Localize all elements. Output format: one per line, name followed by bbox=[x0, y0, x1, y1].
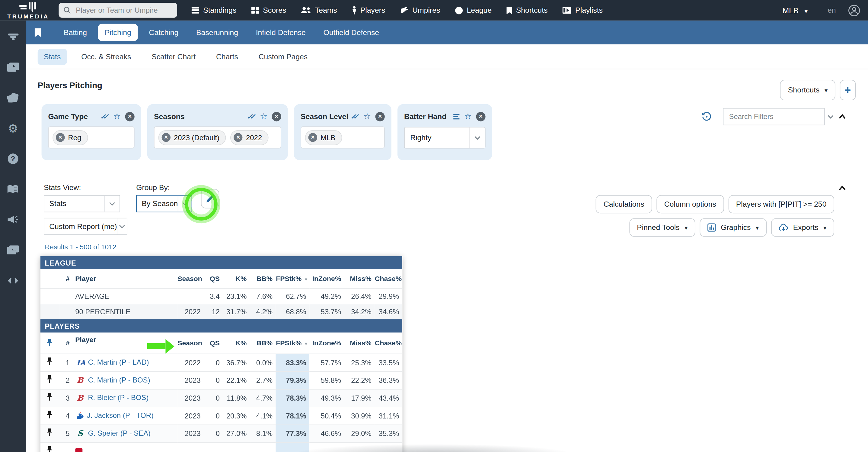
tab-outfield-defense[interactable]: Outfield Defense bbox=[317, 24, 386, 41]
pin-row-icon[interactable] bbox=[47, 393, 53, 401]
collapse-filters-chevron[interactable] bbox=[839, 114, 846, 119]
player-link[interactable]: C. Martin (P - BOS) bbox=[88, 375, 150, 384]
calculations-button[interactable]: Calculations bbox=[596, 195, 652, 214]
collapse-controls-chevron[interactable] bbox=[839, 186, 846, 191]
player-link[interactable]: G. Speier (P - SEA) bbox=[88, 429, 151, 437]
remove-chip-icon[interactable] bbox=[56, 133, 65, 142]
nav-league[interactable]: League bbox=[455, 6, 492, 15]
col-fpstk[interactable]: FPStk% bbox=[276, 269, 310, 288]
remove-filter-icon[interactable] bbox=[125, 112, 134, 121]
search-filters-input[interactable] bbox=[723, 112, 828, 121]
glossary-book-icon[interactable] bbox=[6, 182, 20, 196]
nav-players[interactable]: Players bbox=[352, 6, 385, 15]
graphics-button[interactable]: Graphics bbox=[700, 219, 767, 237]
filter-chip[interactable]: 2023 (Default) bbox=[158, 130, 226, 145]
tab-catching[interactable]: Catching bbox=[142, 24, 185, 41]
announcements-icon[interactable] bbox=[6, 213, 20, 226]
filter-chip[interactable]: Reg bbox=[53, 130, 88, 145]
embed-code-icon[interactable] bbox=[6, 274, 20, 287]
nav-shortcuts[interactable]: Shortcuts bbox=[507, 6, 548, 15]
col-bb[interactable]: BB% bbox=[250, 333, 276, 354]
user-avatar[interactable] bbox=[848, 4, 860, 16]
player-link[interactable]: R. Bleier (P - BOS) bbox=[88, 393, 149, 402]
remove-chip-icon[interactable] bbox=[234, 133, 243, 142]
video-playlist-icon[interactable] bbox=[6, 60, 20, 74]
league-selector[interactable]: MLB bbox=[783, 6, 808, 15]
col-fpstk[interactable]: FPStk% bbox=[276, 333, 310, 354]
col-inzone[interactable]: InZone% bbox=[310, 333, 344, 354]
list-icon[interactable] bbox=[453, 113, 460, 119]
exports-button[interactable]: Exports bbox=[771, 219, 834, 237]
tab-pitching[interactable]: Pitching bbox=[98, 24, 138, 41]
pin-row-icon[interactable] bbox=[47, 411, 53, 419]
settings-gear-icon[interactable] bbox=[6, 121, 20, 135]
add-shortcut-button[interactable] bbox=[840, 80, 856, 100]
filter-chip[interactable]: 2022 bbox=[230, 130, 269, 145]
col-qs[interactable]: QS bbox=[204, 333, 223, 354]
filter-icon[interactable] bbox=[6, 30, 20, 43]
select-all-icon[interactable] bbox=[247, 112, 256, 121]
remove-filter-icon[interactable] bbox=[375, 112, 385, 121]
col-qs[interactable]: QS bbox=[204, 269, 223, 288]
col-k[interactable]: K% bbox=[223, 269, 250, 288]
col-player[interactable]: Player bbox=[73, 333, 178, 354]
pin-row-icon[interactable] bbox=[47, 428, 53, 437]
pinned-tools-button[interactable]: Pinned Tools bbox=[629, 219, 695, 237]
star-icon[interactable] bbox=[363, 112, 371, 121]
nav-teams[interactable]: Teams bbox=[301, 6, 337, 15]
select-all-icon[interactable] bbox=[100, 112, 109, 121]
col-season[interactable]: Season bbox=[178, 333, 204, 354]
nav-standings[interactable]: Standings bbox=[192, 6, 237, 15]
pin-row-icon[interactable] bbox=[47, 358, 53, 366]
global-search[interactable] bbox=[59, 3, 177, 18]
nav-playlists[interactable]: Playlists bbox=[563, 6, 603, 15]
group-by-select[interactable]: By Season bbox=[136, 195, 192, 213]
tab-occ-streaks[interactable]: Occ. & Streaks bbox=[75, 48, 137, 64]
stats-view-select[interactable]: Stats bbox=[44, 195, 120, 213]
bookmark-page-icon[interactable] bbox=[34, 28, 42, 37]
custom-report-select[interactable]: Custom Report (me) bbox=[44, 218, 127, 235]
help-icon[interactable] bbox=[6, 152, 20, 165]
tab-custom-pages[interactable]: Custom Pages bbox=[253, 48, 314, 64]
remove-filter-icon[interactable] bbox=[476, 112, 485, 121]
filter-history-icon[interactable] bbox=[702, 112, 711, 121]
flashcards-icon[interactable] bbox=[6, 91, 20, 104]
remove-chip-icon[interactable] bbox=[308, 133, 317, 142]
col-season[interactable]: Season bbox=[178, 269, 204, 288]
pin-column-header[interactable] bbox=[40, 333, 59, 354]
col-miss[interactable]: Miss% bbox=[344, 269, 375, 288]
shortcuts-dropdown-button[interactable]: Shortcuts bbox=[780, 80, 835, 100]
nav-umpires[interactable]: Umpires bbox=[400, 6, 440, 15]
batter-hand-select[interactable]: Righty bbox=[404, 127, 486, 149]
col-rank[interactable]: # bbox=[59, 333, 73, 354]
trumedia-logo[interactable]: TRUMEDIA bbox=[0, 1, 56, 20]
remove-chip-icon[interactable] bbox=[162, 133, 170, 142]
search-input[interactable] bbox=[75, 5, 175, 15]
filter-chip[interactable]: MLB bbox=[305, 130, 342, 145]
col-chase[interactable]: Chase% bbox=[375, 333, 403, 354]
col-k[interactable]: K% bbox=[223, 333, 250, 354]
tab-stats[interactable]: Stats bbox=[38, 48, 67, 64]
select-all-icon[interactable] bbox=[350, 112, 359, 121]
nav-scores[interactable]: Scores bbox=[251, 6, 286, 15]
tab-batting[interactable]: Batting bbox=[57, 24, 94, 41]
col-inzone[interactable]: InZone% bbox=[310, 269, 344, 288]
col-rank[interactable]: # bbox=[59, 269, 73, 288]
tab-baserunning[interactable]: Baserunning bbox=[189, 24, 245, 41]
tab-charts[interactable]: Charts bbox=[210, 48, 244, 64]
language-toggle[interactable]: en bbox=[828, 6, 836, 15]
col-player[interactable]: Player bbox=[73, 269, 178, 288]
remove-filter-icon[interactable] bbox=[272, 112, 281, 121]
search-filters-combo[interactable] bbox=[723, 108, 825, 125]
pin-row-icon[interactable] bbox=[47, 446, 53, 452]
star-icon[interactable] bbox=[260, 112, 268, 121]
column-options-button[interactable]: Column options bbox=[656, 195, 724, 214]
tab-scatter-chart[interactable]: Scatter Chart bbox=[146, 48, 202, 64]
star-icon[interactable] bbox=[464, 112, 472, 121]
player-link[interactable]: C. Martin (P - LAD) bbox=[88, 358, 149, 367]
col-bb[interactable]: BB% bbox=[250, 269, 276, 288]
qualifier-button[interactable]: Players with [P|PIT] >= 250 bbox=[728, 195, 834, 214]
pin-row-icon[interactable] bbox=[47, 375, 53, 384]
col-chase[interactable]: Chase% bbox=[375, 269, 403, 288]
col-miss[interactable]: Miss% bbox=[344, 333, 375, 354]
